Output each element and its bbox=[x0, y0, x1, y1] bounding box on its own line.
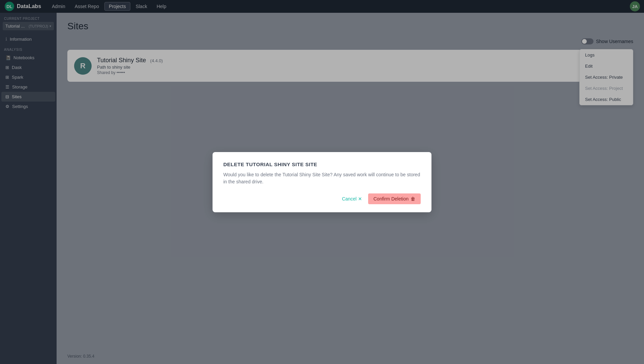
modal-title: DELETE TUTORIAL SHINY SITE SITE bbox=[223, 161, 421, 167]
modal-body: Would you like to delete the Tutorial Sh… bbox=[223, 171, 421, 185]
modal-overlay[interactable]: DELETE TUTORIAL SHINY SITE SITE Would yo… bbox=[0, 0, 644, 364]
trash-icon: 🗑 bbox=[411, 196, 415, 202]
x-icon: ✕ bbox=[358, 196, 362, 202]
confirm-deletion-button[interactable]: Confirm Deletion 🗑 bbox=[368, 193, 421, 204]
cancel-button[interactable]: Cancel ✕ bbox=[339, 194, 365, 204]
confirm-label: Confirm Deletion bbox=[374, 196, 409, 202]
modal-actions: Cancel ✕ Confirm Deletion 🗑 bbox=[223, 193, 421, 204]
delete-modal: DELETE TUTORIAL SHINY SITE SITE Would yo… bbox=[213, 152, 431, 212]
cancel-label: Cancel bbox=[342, 196, 357, 202]
